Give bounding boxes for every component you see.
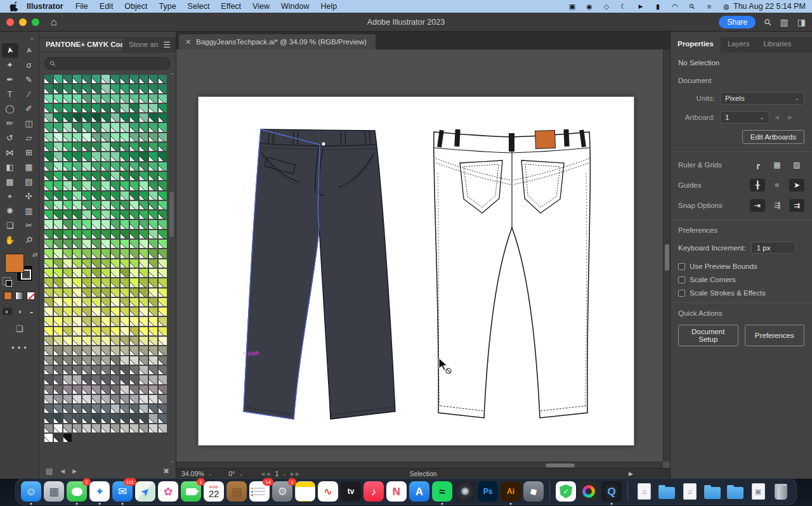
color-swatch[interactable] [44,308,53,316]
color-swatch[interactable] [102,346,110,354]
color-swatch[interactable] [73,133,81,141]
color-swatch[interactable] [44,240,53,248]
color-swatch[interactable] [92,123,100,131]
color-swatch[interactable] [130,308,138,316]
dock-finder[interactable]: ☺ [21,481,41,502]
color-swatch[interactable] [44,191,53,200]
dock-file-image[interactable]: ▣ [748,481,768,502]
color-swatch[interactable] [102,308,110,316]
document-tab[interactable]: ✕ BaggyJeansTechpack.ai* @ 34.09 % (RGB/… [179,34,376,49]
color-swatch[interactable] [140,386,148,394]
color-swatch[interactable] [149,298,157,306]
color-swatch[interactable] [54,249,62,257]
color-swatch[interactable] [82,395,91,403]
color-swatch[interactable] [82,84,91,93]
color-swatch[interactable] [130,162,138,171]
color-swatch[interactable] [82,386,91,394]
color-swatch[interactable] [159,114,167,122]
color-swatch[interactable] [73,143,81,151]
color-swatch[interactable] [82,249,91,257]
color-swatch[interactable] [92,191,100,200]
color-swatch[interactable] [63,104,72,112]
color-swatch[interactable] [159,356,167,365]
color-swatch[interactable] [63,211,72,219]
zoom-dropdown-icon[interactable]: ⌄ [208,471,213,477]
color-swatch[interactable] [92,308,100,316]
color-swatch[interactable] [159,201,167,209]
color-swatch[interactable] [54,181,62,190]
color-swatch[interactable] [140,84,148,93]
color-swatch[interactable] [102,230,110,238]
color-swatch[interactable] [54,172,62,180]
color-swatch[interactable] [149,327,157,335]
color-swatch[interactable] [130,317,138,325]
eraser-tool[interactable]: ◫ [21,116,37,131]
color-swatch[interactable] [111,201,119,209]
color-swatch[interactable] [73,289,81,297]
color-swatch[interactable] [111,143,119,151]
swatches-scrollbar[interactable] [169,76,174,460]
arrange-documents-icon[interactable]: ▥ [780,17,789,27]
playback-status-icon[interactable]: ▶ [636,3,645,10]
color-swatch[interactable] [159,133,167,141]
color-swatch[interactable] [121,356,129,365]
color-swatch[interactable] [44,386,53,394]
color-swatch[interactable] [111,104,119,112]
smart-guides-icon[interactable]: ➤ [789,179,804,191]
gradient-tool[interactable]: ▤ [21,174,37,189]
color-swatch[interactable] [63,172,72,180]
color-swatch[interactable] [44,366,53,374]
color-swatch[interactable] [102,104,110,112]
units-select[interactable]: Pixels ⌄ [720,92,804,105]
color-swatch[interactable] [102,172,110,180]
color-swatch[interactable] [92,298,100,306]
color-swatch[interactable] [54,405,62,413]
color-swatch[interactable] [102,269,110,277]
color-swatch[interactable] [149,191,157,200]
color-swatch[interactable] [130,211,138,219]
color-swatch[interactable] [149,123,157,131]
color-swatch[interactable] [73,123,81,131]
color-swatch[interactable] [44,211,53,219]
color-swatch[interactable] [54,414,62,422]
color-swatch[interactable] [159,249,167,257]
color-swatch[interactable] [159,317,167,325]
symbol-sprayer-tool[interactable]: ✺ [2,204,18,218]
color-swatch[interactable] [82,424,91,432]
swatches-tab-stone[interactable]: Stone an [122,38,158,51]
color-swatch[interactable] [111,356,119,365]
color-swatch[interactable] [92,278,100,287]
color-swatch[interactable] [130,414,138,422]
color-swatch[interactable] [92,337,100,345]
wifi-icon[interactable]: ◠ [671,3,679,11]
slice-tool[interactable]: ✂ [21,218,37,233]
color-swatch[interactable] [130,143,138,151]
color-swatch[interactable] [82,114,91,122]
swatches-tab-pantone[interactable]: PANTONE+ CMYK Coated [39,38,122,51]
color-swatch[interactable] [92,104,100,112]
panel-tab-libraries[interactable]: Libraries [756,37,798,53]
color-swatch[interactable] [149,240,157,248]
color-swatch[interactable] [92,84,100,93]
color-swatch[interactable] [92,317,100,325]
color-swatch[interactable] [54,259,62,268]
color-mode-swatch[interactable] [4,292,12,300]
color-swatch[interactable] [82,152,91,160]
color-swatch[interactable] [140,104,148,112]
color-swatch[interactable] [44,114,53,122]
color-swatch[interactable] [111,278,119,287]
dock-launchpad[interactable]: ▦ [44,481,64,502]
siri-icon[interactable]: ◍ [722,3,731,11]
color-swatch[interactable] [73,230,81,238]
toolbar-collapse-icon[interactable]: » [30,36,34,42]
color-swatch[interactable] [92,181,100,190]
color-swatch[interactable] [92,201,100,209]
color-swatch[interactable] [82,201,91,209]
color-swatch[interactable] [159,308,167,316]
color-swatch[interactable] [44,356,53,365]
color-swatch[interactable] [82,172,91,180]
selection-tool[interactable]: ➤ [2,43,18,58]
color-swatch[interactable] [149,143,157,151]
dock-news[interactable]: N [386,481,407,502]
color-swatch[interactable] [159,366,167,374]
